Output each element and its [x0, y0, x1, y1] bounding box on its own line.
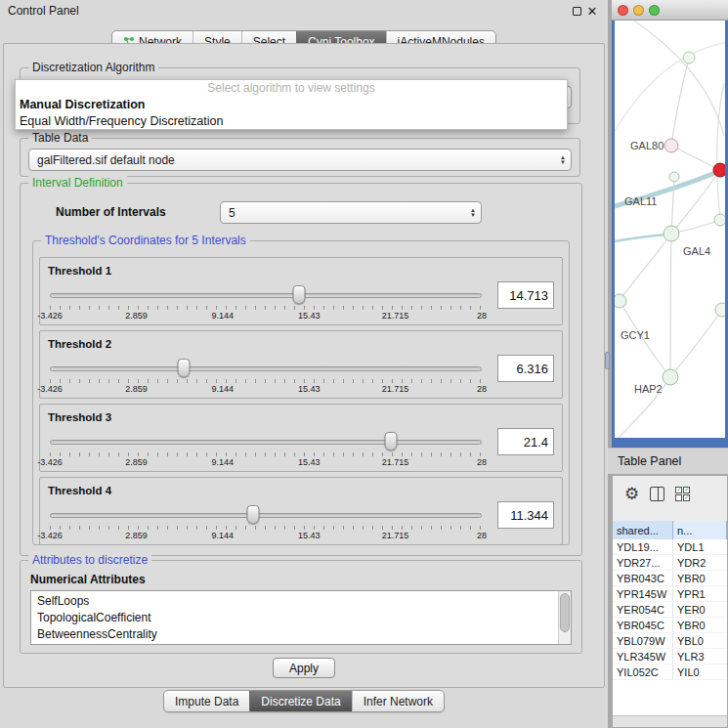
tab-infer-network[interactable]: Infer Network: [352, 691, 444, 711]
table-cell[interactable]: YPR1: [673, 586, 727, 601]
table-cell[interactable]: YBR0: [673, 618, 727, 632]
threshold-1-value-field[interactable]: 14.713: [497, 281, 554, 309]
network-edge[interactable]: [620, 234, 671, 301]
table-cell[interactable]: YLR345W: [613, 649, 673, 664]
table-cell[interactable]: YDR27...: [613, 555, 673, 570]
table-row[interactable]: YER054CYER0: [613, 602, 727, 618]
table-cell[interactable]: YBR045C: [613, 618, 673, 632]
scrollbar-thumb[interactable]: [560, 593, 570, 632]
network-node[interactable]: [615, 294, 626, 308]
dropdown-option-equal-width-frequency[interactable]: Equal Width/Frequency Discretization: [16, 112, 567, 129]
table-cell[interactable]: YER0: [673, 602, 727, 617]
table-row[interactable]: YIL052CYIL0: [613, 664, 727, 680]
network-edge[interactable]: [670, 234, 671, 377]
table-cell[interactable]: YDL1: [673, 539, 727, 554]
threshold-2-slider[interactable]: -3.4262.8599.14415.4321.71528: [50, 363, 482, 394]
list-item[interactable]: BetweennessCentrality: [37, 626, 557, 643]
slider-handle[interactable]: [246, 505, 259, 524]
table-row[interactable]: YBR043CYBR0: [613, 571, 727, 586]
table-row[interactable]: YDR27...YDR2: [613, 555, 727, 571]
network-edge[interactable]: [615, 234, 671, 241]
network-edge[interactable]: [717, 83, 724, 220]
table-cell[interactable]: YIL052C: [613, 664, 673, 679]
table-cell[interactable]: YBR043C: [613, 571, 673, 585]
network-node[interactable]: [683, 52, 695, 64]
combo-stepper-icon: ▲▼: [560, 155, 566, 165]
dropdown-option-manual-discretization[interactable]: Manual Discretization: [16, 96, 567, 112]
tab-impute-data[interactable]: Impute Data: [164, 691, 249, 711]
list-item[interactable]: SelfLoops: [37, 593, 557, 610]
network-node[interactable]: [669, 172, 679, 182]
tab-label: Impute Data: [175, 695, 238, 708]
scale-label: 9.144: [212, 531, 235, 540]
panel-splitter-handle[interactable]: [605, 352, 610, 369]
threshold-3-value-field[interactable]: 21.4: [497, 428, 554, 455]
tab-discretize-data[interactable]: Discretize Data: [249, 691, 351, 711]
table-row[interactable]: YBR045CYBR0: [613, 618, 727, 633]
column-header-shared-name[interactable]: shared...: [613, 521, 673, 539]
slider-handle[interactable]: [178, 359, 191, 377]
network-edge[interactable]: [671, 146, 720, 170]
columns-icon[interactable]: [650, 487, 664, 501]
scale-label: 2.859: [125, 311, 148, 321]
table-row[interactable]: YLR345WYLR3: [613, 649, 727, 664]
table-cell[interactable]: YBL0: [673, 633, 727, 648]
numerical-attributes-heading: Numerical Attributes: [30, 573, 146, 586]
network-edge[interactable]: [615, 42, 725, 138]
threshold-3-panel: Threshold 3 -3.4262.8599.14415.4321.7152…: [39, 404, 563, 472]
minimize-window-icon[interactable]: [633, 5, 644, 16]
table-cell[interactable]: YBR0: [673, 571, 727, 585]
attributes-scrollbar[interactable]: [558, 591, 571, 644]
checkbox-grid-icon[interactable]: ✓ ✓ ✓: [675, 487, 690, 501]
close-window-icon[interactable]: [618, 5, 628, 16]
table-data-combobox[interactable]: galFiltered.sif default node ▲▼: [28, 149, 572, 171]
float-window-button[interactable]: [569, 3, 584, 19]
threshold-4-slider[interactable]: -3.4262.8599.14415.4321.71528: [50, 509, 482, 540]
network-node[interactable]: [715, 303, 725, 317]
threshold-4-value-field[interactable]: 11.344: [497, 501, 554, 529]
checkbox-icon: [675, 494, 682, 501]
zoom-window-icon[interactable]: [649, 5, 660, 16]
network-node-label: GAL4: [683, 245, 710, 257]
network-node[interactable]: [714, 214, 725, 226]
gear-icon[interactable]: ⚙: [624, 486, 639, 502]
threshold-3-slider[interactable]: -3.4262.8599.14415.4321.71528: [50, 436, 482, 467]
table-row[interactable]: YDL19...YDL1: [613, 539, 727, 555]
table-cell[interactable]: YIL0: [673, 664, 727, 679]
network-window-titlebar[interactable]: [612, 0, 728, 21]
column-header-name[interactable]: n...: [673, 521, 727, 539]
table-cell[interactable]: YDR2: [673, 555, 727, 570]
table-cell[interactable]: YDL19...: [613, 539, 673, 554]
network-node[interactable]: [663, 369, 678, 385]
threshold-2-value-field[interactable]: 6.316: [497, 355, 554, 382]
numerical-attributes-list[interactable]: SelfLoopsTopologicalCoefficientBetweenne…: [30, 590, 572, 645]
slider-track[interactable]: [50, 293, 482, 298]
threshold-1-slider[interactable]: -3.4262.8599.14415.4321.71528: [50, 289, 482, 321]
apply-button[interactable]: Apply: [273, 658, 335, 678]
close-panel-button[interactable]: ✕: [584, 3, 600, 19]
network-edge[interactable]: [670, 310, 722, 377]
slider-track[interactable]: [50, 366, 482, 371]
table-cell[interactable]: YPR145W: [613, 586, 673, 601]
table-row[interactable]: YPR145WYPR1: [613, 586, 727, 602]
table-cell[interactable]: YBL079W: [613, 633, 673, 648]
network-node[interactable]: [664, 139, 678, 152]
list-item[interactable]: TopologicalCoefficient: [37, 610, 557, 626]
number-of-intervals-combobox[interactable]: 5 ▲▼: [220, 201, 482, 224]
network-node[interactable]: [713, 163, 725, 177]
slider-track[interactable]: [50, 440, 482, 445]
network-node[interactable]: [664, 226, 679, 241]
table-data-group: Table Data galFiltered.sif default node …: [20, 138, 580, 177]
table-cell[interactable]: YLR3: [673, 649, 727, 664]
slider-ticks: [50, 526, 482, 530]
network-canvas[interactable]: GAL80GAL11GAL4GCY1HAP2: [615, 21, 725, 438]
table-cell[interactable]: YER054C: [613, 602, 673, 617]
slider-track[interactable]: [50, 513, 482, 518]
slider-handle[interactable]: [293, 285, 306, 304]
slider-handle[interactable]: [385, 432, 398, 450]
scale-label: 15.43: [298, 457, 321, 467]
network-edge[interactable]: [671, 177, 674, 234]
network-edge[interactable]: [671, 58, 689, 146]
table-hscrollbar[interactable]: [613, 715, 727, 727]
table-row[interactable]: YBL079WYBL0: [613, 633, 727, 649]
